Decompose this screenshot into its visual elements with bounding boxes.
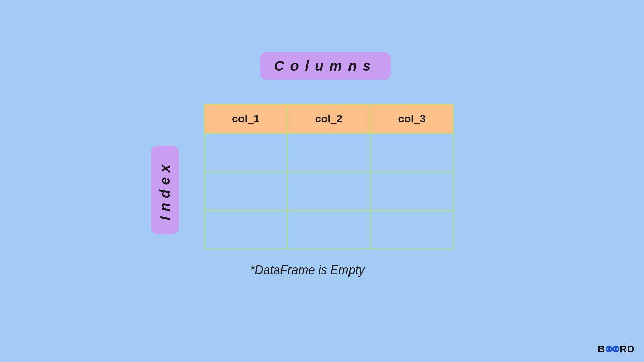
dataframe-table: col_1 col_2 col_3 xyxy=(204,104,454,249)
table-cell xyxy=(287,133,371,172)
table-row xyxy=(204,172,453,210)
index-label: Index xyxy=(151,146,179,234)
board-logo: B RD xyxy=(598,343,635,355)
table-row xyxy=(204,210,453,249)
table-cell xyxy=(204,172,287,210)
table-cell xyxy=(287,172,371,210)
table-cell xyxy=(204,210,287,249)
table-cell xyxy=(370,210,453,249)
logo-text-part1: B xyxy=(598,343,605,355)
table-header-row: col_1 col_2 col_3 xyxy=(204,104,453,133)
table-cell xyxy=(287,210,371,249)
table-cell xyxy=(204,133,287,172)
columns-label: Columns xyxy=(260,52,391,80)
column-header: col_1 xyxy=(204,104,287,133)
table-row xyxy=(204,133,453,172)
column-header: col_3 xyxy=(370,104,453,133)
logo-text-part2: RD xyxy=(620,343,635,355)
empty-caption: *DataFrame is Empty xyxy=(250,263,365,277)
table-cell xyxy=(370,133,453,172)
table-body xyxy=(204,133,453,249)
infinity-icon xyxy=(606,345,619,353)
column-header: col_2 xyxy=(287,104,371,133)
table-cell xyxy=(370,172,453,210)
